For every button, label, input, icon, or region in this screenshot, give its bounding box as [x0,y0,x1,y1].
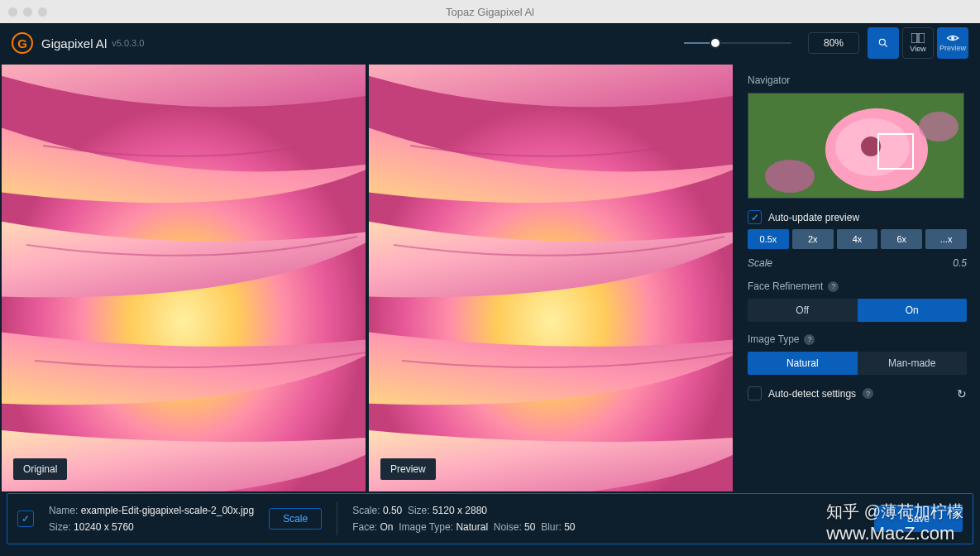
app-logo-icon: G [12,32,33,54]
scale-value: 0.5 [953,257,967,269]
scale-custom-button[interactable]: ...x [925,229,967,249]
svg-point-12 [919,112,958,141]
svg-rect-2 [911,33,917,43]
face-off-button[interactable]: Off [748,299,858,322]
navigator-thumbnail[interactable] [748,93,964,199]
slider-thumb-icon[interactable] [710,37,721,49]
svg-point-0 [879,39,885,45]
help-icon[interactable]: ? [804,334,815,345]
footer-bar: Name: example-Edit-gigapixel-scale-2_00x… [7,493,973,544]
auto-update-checkbox[interactable] [748,210,762,224]
svg-rect-3 [919,33,925,43]
preview-badge: Preview [380,458,436,480]
out-size: 5120 x 2880 [433,505,487,516]
window-titlebar: Topaz Gigapixel Al [0,0,980,23]
zoom-slider[interactable] [684,42,791,44]
save-button[interactable]: Save [874,506,963,532]
file-size: 10240 x 5760 [74,521,134,533]
auto-detect-checkbox[interactable] [748,386,762,400]
navigator-title: Navigator [748,74,967,86]
auto-update-label: Auto-update preview [768,212,859,223]
file-select-checkbox[interactable] [17,510,34,527]
min-dot-icon[interactable] [23,7,32,17]
close-dot-icon[interactable] [8,7,17,17]
scale-button[interactable]: Scale [269,508,322,530]
reset-icon[interactable]: ↻ [957,387,967,400]
zoom-value[interactable]: 80% [808,32,859,54]
scale-0-5x-button[interactable]: 0.5x [748,229,789,249]
zoom-button[interactable] [868,27,899,59]
original-pane[interactable]: Original [2,65,366,491]
app-version: v5.0.3.0 [112,38,144,48]
scale-2x-button[interactable]: 2x [792,229,834,249]
auto-detect-label: Auto-detect settings [768,388,856,400]
app-header: G Gigapixel Al v5.0.3.0 80% View Preview [0,23,980,63]
original-badge: Original [13,458,67,480]
face-refinement-title: Face Refinement [748,280,823,292]
scale-label: Scale [748,257,772,269]
help-icon[interactable]: ? [828,281,839,292]
view-mode-button[interactable]: View [902,27,934,59]
help-icon[interactable]: ? [863,388,873,399]
type-manmade-button[interactable]: Man-made [858,352,968,375]
preview-pane[interactable]: Preview [369,65,733,491]
svg-line-1 [885,45,887,47]
out-scale: 0.50 [383,505,402,516]
scale-4x-button[interactable]: 4x [837,229,878,249]
image-type-title: Image Type [748,333,799,345]
svg-point-11 [765,160,815,193]
scale-6x-button[interactable]: 6x [881,229,922,249]
window-title: Topaz Gigapixel Al [446,6,534,18]
app-name: Gigapixel Al [41,36,107,50]
face-on-button[interactable]: On [858,299,968,322]
type-natural-button[interactable]: Natural [748,352,858,375]
navigator-selection-icon[interactable] [877,133,914,170]
max-dot-icon[interactable] [38,7,47,17]
settings-sidebar: Navigator Auto-update preview 0.5x 2x 4x… [734,63,980,493]
svg-point-4 [951,36,954,40]
file-name: example-Edit-gigapixel-scale-2_00x.jpg [81,505,254,516]
preview-mode-button[interactable]: Preview [937,27,968,59]
